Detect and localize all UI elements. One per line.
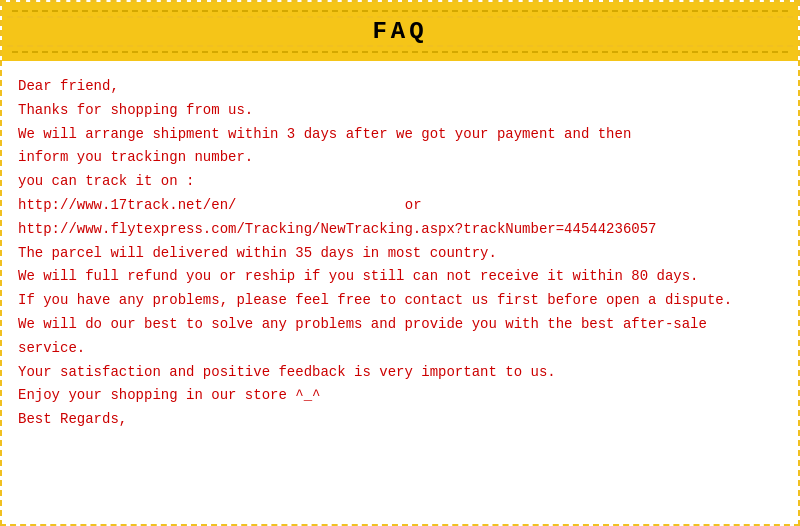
line-dear-friend: Dear friend, [18,75,782,99]
content-area: Dear friend, Thanks for shopping from us… [2,61,798,442]
line-satisfaction: Your satisfaction and positive feedback … [18,361,782,385]
page-wrapper: FAQ Dear friend, Thanks for shopping fro… [0,0,800,526]
line-service: service. [18,337,782,361]
line-17track: http://www.17track.net/en/ or [18,194,782,218]
line-flytexpress: http://www.flytexpress.com/Tracking/NewT… [18,218,782,242]
line-can-track: you can track it on : [18,170,782,194]
line-enjoy-shopping: Enjoy your shopping in our store ^_^ [18,384,782,408]
or-text: or [405,197,422,213]
17track-url: http://www.17track.net/en/ [18,197,236,213]
line-arrange-shipment: We will arrange shipment within 3 days a… [18,123,782,147]
bottom-dashed-line [7,45,793,47]
line-best-regards: Best Regards, [18,408,782,432]
faq-title: FAQ [372,18,427,45]
line-inform-tracking: inform you trackingn number. [18,146,782,170]
line-thanks: Thanks for shopping from us. [18,99,782,123]
line-parcel-delivered: The parcel will delivered within 35 days… [18,242,782,266]
line-full-refund: We will full refund you or reship if you… [18,265,782,289]
line-any-problems: If you have any problems, please feel fr… [18,289,782,313]
header-bar: FAQ [2,2,798,61]
line-best-to-solve: We will do our best to solve any problem… [18,313,782,337]
